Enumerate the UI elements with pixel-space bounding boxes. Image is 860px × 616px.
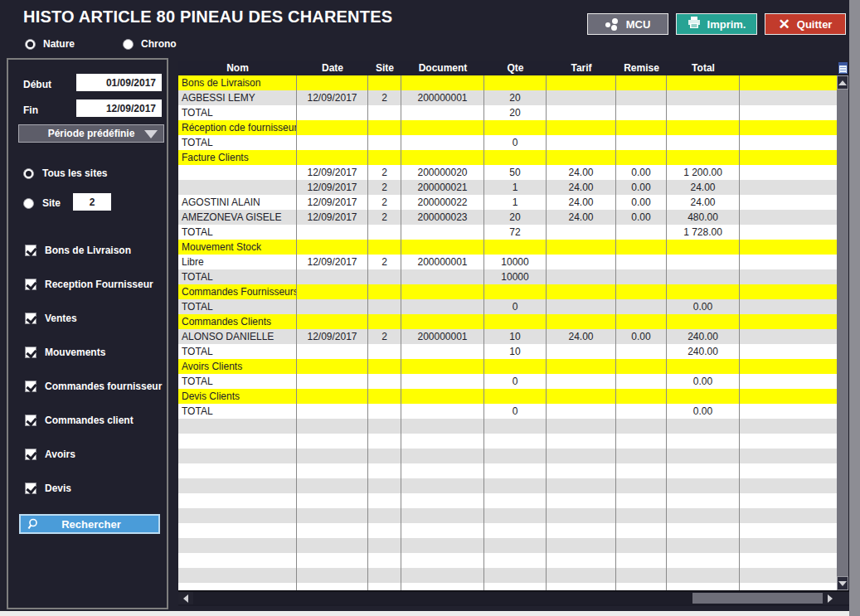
checkbox[interactable]: [25, 347, 36, 358]
vertical-scroll-thumb[interactable]: [837, 90, 848, 576]
table-row[interactable]: AGBESSI LEMY12/09/2017220000000120: [178, 90, 837, 105]
radio-site-control[interactable]: [23, 198, 34, 209]
table-row[interactable]: [178, 523, 837, 538]
table-row[interactable]: [178, 538, 837, 553]
checkbox[interactable]: [25, 449, 36, 460]
table-row[interactable]: TOTAL10240.00: [178, 344, 837, 359]
column-header-nom[interactable]: Nom: [178, 61, 297, 75]
view-mode-radios: Nature Chrono: [25, 37, 177, 51]
table-row[interactable]: TOTAL20: [178, 105, 837, 120]
section-row[interactable]: Commandes Clients: [178, 314, 837, 329]
table-row[interactable]: 12/09/201722000000205024.000.001 200.00: [178, 165, 837, 180]
section-row[interactable]: Facture Clients: [178, 150, 837, 165]
table-row[interactable]: [178, 568, 837, 583]
cell-tarif: [547, 538, 616, 553]
table-row[interactable]: [178, 553, 837, 568]
scroll-down-button[interactable]: [837, 576, 848, 590]
table-row[interactable]: AMEZONEVA GISELE12/09/201722000000232024…: [178, 210, 837, 225]
filter-commandes-fournisseur[interactable]: Commandes fournisseur: [25, 380, 162, 393]
table-row[interactable]: TOTAL721 728.00: [178, 225, 837, 240]
radio-nature[interactable]: Nature: [25, 37, 75, 51]
site-number-input[interactable]: [73, 193, 111, 211]
table-row[interactable]: [178, 583, 837, 590]
checkbox[interactable]: [25, 279, 36, 290]
scroll-up-button[interactable]: [837, 75, 848, 90]
grid-menu-icon[interactable]: [838, 62, 848, 74]
filter-mouvements[interactable]: Mouvements: [25, 346, 105, 359]
table-row[interactable]: [178, 493, 837, 508]
section-row[interactable]: Commandes Fournisseurs: [178, 284, 837, 299]
fin-date-input[interactable]: [76, 99, 162, 117]
filter-bons-de-livraison[interactable]: Bons de Livraison: [25, 244, 131, 257]
checkbox[interactable]: [25, 483, 36, 494]
table-row[interactable]: [178, 434, 837, 449]
column-header-remise[interactable]: Remise: [616, 61, 667, 75]
cell-document: [401, 269, 484, 284]
cell-remise: [616, 463, 667, 478]
table-row[interactable]: [178, 419, 837, 434]
checkbox[interactable]: [25, 245, 36, 256]
column-header-qte[interactable]: Qte: [484, 61, 547, 75]
filter-commandes-client[interactable]: Commandes client: [25, 414, 134, 427]
table-row[interactable]: [178, 478, 837, 493]
column-header-site[interactable]: Site: [368, 61, 401, 75]
cell-extra: [740, 329, 837, 344]
radio-chrono[interactable]: Chrono: [123, 37, 177, 51]
radio-nature-control[interactable]: [25, 39, 36, 50]
section-row[interactable]: Réception cde fournisseur: [178, 120, 837, 135]
cell-nom: [178, 493, 297, 508]
table-row[interactable]: TOTAL00.00: [178, 404, 837, 419]
column-header-document[interactable]: Document: [401, 61, 484, 75]
quitter-button[interactable]: ✕ Quitter: [765, 13, 846, 35]
filter-ventes[interactable]: Ventes: [25, 312, 77, 325]
vertical-scrollbar[interactable]: [837, 75, 848, 590]
cell-remise: [616, 150, 667, 165]
horizontal-scroll-thumb[interactable]: [692, 593, 823, 604]
section-row[interactable]: Avoirs Clients: [178, 359, 837, 374]
table-row[interactable]: TOTAL00.00: [178, 374, 837, 389]
debut-date-input[interactable]: [76, 74, 162, 91]
table-row[interactable]: TOTAL10000: [178, 269, 837, 284]
cell-extra: [740, 568, 837, 583]
column-header-date[interactable]: Date: [297, 61, 368, 75]
section-row[interactable]: Bons de Livraison: [178, 75, 837, 90]
checkbox[interactable]: [25, 313, 36, 324]
cell-tarif: [547, 284, 616, 299]
filter-avoirs[interactable]: Avoirs: [25, 448, 75, 461]
checkbox[interactable]: [25, 381, 36, 392]
imprim-button[interactable]: Imprim.: [676, 13, 757, 35]
column-header-extra[interactable]: [740, 61, 849, 75]
cell-date: [297, 75, 368, 90]
table-row[interactable]: ALONSO DANIELLE12/09/201722000000011024.…: [178, 329, 837, 344]
filter-reception-fournisseur[interactable]: Reception Fournisseur: [25, 278, 153, 291]
radio-chrono-control[interactable]: [123, 39, 134, 50]
periode-predefinie-dropdown[interactable]: Période prédéfinie: [18, 124, 164, 143]
checkbox[interactable]: [25, 415, 36, 426]
table-row[interactable]: TOTAL0: [178, 135, 837, 150]
radio-tous-les-sites-control[interactable]: [23, 168, 34, 179]
rechercher-button[interactable]: Rechercher: [19, 514, 160, 534]
table-row[interactable]: TOTAL00.00: [178, 299, 837, 314]
cell-total: 240.00: [667, 344, 740, 359]
section-row[interactable]: Mouvement Stock: [178, 240, 837, 255]
table-row[interactable]: 12/09/20172200000021124.000.0024.00: [178, 180, 837, 195]
cell-remise: [616, 105, 667, 120]
table-row[interactable]: AGOSTINI ALAIN12/09/20172200000022124.00…: [178, 195, 837, 210]
table-row[interactable]: [178, 508, 837, 523]
table-row[interactable]: Libre12/09/2017220000000110000: [178, 255, 837, 269]
column-header-total[interactable]: Total: [667, 61, 740, 75]
cell-document: [401, 404, 484, 419]
scroll-left-button[interactable]: [178, 592, 193, 604]
table-row[interactable]: [178, 463, 837, 478]
horizontal-scroll-track[interactable]: [193, 592, 823, 604]
cell-nom: TOTAL: [178, 344, 297, 359]
horizontal-scrollbar[interactable]: [178, 590, 849, 604]
radio-site[interactable]: Site: [23, 197, 61, 209]
section-row[interactable]: Devis Clients: [178, 389, 837, 404]
table-row[interactable]: [178, 449, 837, 463]
column-header-tarif[interactable]: Tarif: [547, 61, 616, 75]
filter-devis[interactable]: Devis: [25, 482, 71, 495]
scroll-right-button[interactable]: [823, 592, 838, 604]
mcu-button[interactable]: MCU: [587, 13, 668, 35]
radio-tous-les-sites[interactable]: Tous les sites: [23, 167, 107, 179]
